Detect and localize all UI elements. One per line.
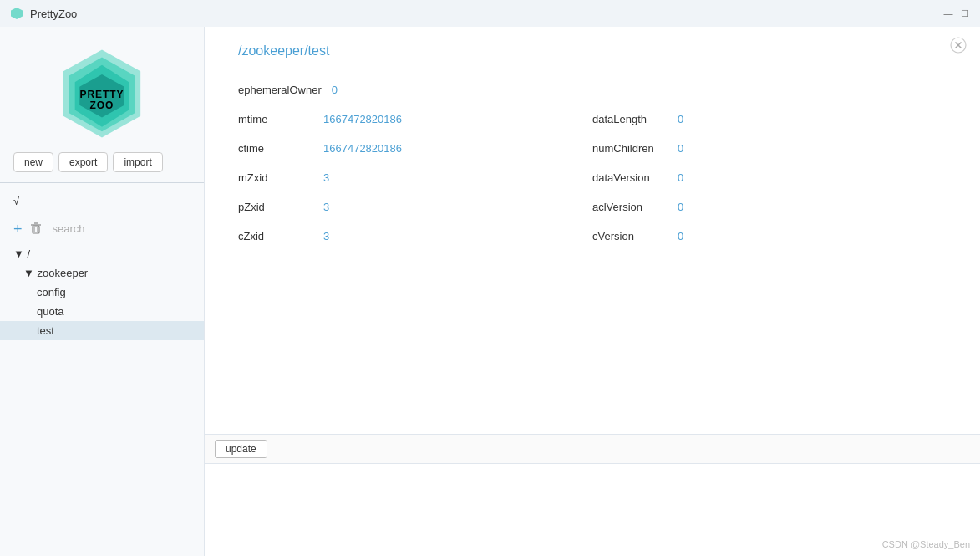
stat-cZxid: cZxid 3 xyxy=(238,222,592,251)
tree-container: ▼ / ▼ zookeeper config quota test xyxy=(0,244,204,556)
svg-rect-7 xyxy=(33,226,39,233)
tree-item-config-label: config xyxy=(37,286,66,298)
app-title: PrettyZoo xyxy=(30,8,77,20)
sidebar: PRETTY ZOO new export import √ + xyxy=(0,27,205,556)
editor-body xyxy=(205,464,980,556)
svg-text:ZOO: ZOO xyxy=(90,99,114,111)
tree-item-test[interactable]: test xyxy=(0,321,204,340)
stat-cVersion-label: cVersion xyxy=(592,230,668,242)
node-path: /zookeeper/test xyxy=(238,43,947,59)
stat-dataLength: dataLength 0 xyxy=(592,105,947,134)
stat-dataVersion-label: dataVersion xyxy=(592,171,668,184)
stats-right-col: spacer 0 dataLength 0 numChildren 0 xyxy=(592,75,947,251)
editor-textarea[interactable] xyxy=(215,471,970,549)
stat-mZxid-label: mZxid xyxy=(238,171,313,184)
connection-check-icon: √ xyxy=(13,195,19,207)
stat-ctime: ctime 1667472820186 xyxy=(238,134,592,163)
action-buttons: new export import xyxy=(0,152,204,182)
tree-item-config[interactable]: config xyxy=(0,283,204,302)
minimize-button[interactable]: — xyxy=(943,8,953,18)
stat-ephemeralOwner: ephemeralOwner 0 xyxy=(238,75,592,105)
tree-item-zookeeper-label: ▼ zookeeper xyxy=(23,267,88,279)
close-panel-button[interactable] xyxy=(950,37,967,58)
stat-cZxid-value: 3 xyxy=(323,230,329,242)
close-icon xyxy=(950,37,967,54)
delete-node-button[interactable] xyxy=(29,222,43,237)
stat-numChildren: numChildren 0 xyxy=(592,134,947,163)
stat-dataLength-label: dataLength xyxy=(592,113,668,125)
search-input[interactable] xyxy=(49,221,196,237)
stat-mZxid: mZxid 3 xyxy=(238,163,592,192)
stat-pZxid-value: 3 xyxy=(323,201,329,213)
import-button[interactable]: import xyxy=(113,152,162,172)
app-logo: PRETTY ZOO xyxy=(52,43,152,144)
stat-numChildren-label: numChildren xyxy=(592,142,668,155)
stat-ctime-label: ctime xyxy=(238,142,313,155)
stat-dataLength-value: 0 xyxy=(678,113,683,125)
stat-aclVersion-label: aclVersion xyxy=(592,201,668,213)
stat-cVersion-value: 0 xyxy=(678,230,683,242)
tree-item-quota[interactable]: quota xyxy=(0,302,204,321)
app-icon-small xyxy=(10,7,23,20)
editor-area: update xyxy=(205,434,980,556)
tree-item-zookeeper[interactable]: ▼ zookeeper xyxy=(0,263,204,283)
stat-pZxid: pZxid 3 xyxy=(238,192,592,222)
stat-aclVersion: aclVersion 0 xyxy=(592,192,947,222)
stat-mtime-label: mtime xyxy=(238,113,313,125)
stats-left-col: ephemeralOwner 0 mtime 1667472820186 cti… xyxy=(238,75,592,251)
stat-ephemeralOwner-label: ephemeralOwner xyxy=(238,84,322,96)
stat-mtime-value: 1667472820186 xyxy=(323,113,402,125)
watermark: CSDN @Steady_Ben xyxy=(882,539,970,549)
update-button[interactable]: update xyxy=(215,440,267,458)
title-bar-left: PrettyZoo xyxy=(10,7,77,20)
stat-dataVersion-value: 0 xyxy=(678,171,683,184)
svg-text:PRETTY: PRETTY xyxy=(80,89,124,100)
stat-dataVersion: dataVersion 0 xyxy=(592,163,947,192)
tree-item-root-label: ▼ / xyxy=(13,247,30,260)
stat-cZxid-label: cZxid xyxy=(238,230,313,242)
new-button[interactable]: new xyxy=(13,152,53,172)
stat-numChildren-value: 0 xyxy=(678,142,683,155)
stat-mZxid-value: 3 xyxy=(323,171,329,184)
maximize-button[interactable]: ☐ xyxy=(960,8,970,18)
node-detail: /zookeeper/test ephemeralOwner 0 mtime 1… xyxy=(205,27,980,434)
stat-aclVersion-value: 0 xyxy=(678,201,683,213)
title-bar-controls: — ☐ xyxy=(943,8,970,18)
tree-item-quota-label: quota xyxy=(37,305,64,318)
stat-ephemeralOwner-value: 0 xyxy=(332,84,338,96)
sidebar-divider xyxy=(0,182,204,183)
stat-pZxid-label: pZxid xyxy=(238,201,313,213)
logo-area: PRETTY ZOO xyxy=(0,27,204,152)
tree-toolbar: + xyxy=(0,212,204,244)
main-container: PRETTY ZOO new export import √ + xyxy=(0,27,980,556)
stat-cVersion: cVersion 0 xyxy=(592,222,947,251)
content-area: /zookeeper/test ephemeralOwner 0 mtime 1… xyxy=(205,27,980,556)
editor-toolbar: update xyxy=(205,435,980,464)
stat-ctime-value: 1667472820186 xyxy=(323,142,402,155)
title-bar: PrettyZoo — ☐ xyxy=(0,0,980,27)
add-node-button[interactable]: + xyxy=(13,222,23,237)
connection-item[interactable]: √ xyxy=(0,190,204,212)
trash-icon xyxy=(29,222,43,235)
stats-grid: ephemeralOwner 0 mtime 1667472820186 cti… xyxy=(238,75,947,251)
export-button[interactable]: export xyxy=(58,152,108,172)
tree-item-test-label: test xyxy=(37,324,54,337)
tree-item-root[interactable]: ▼ / xyxy=(0,244,204,263)
svg-marker-0 xyxy=(11,8,23,19)
stat-mtime: mtime 1667472820186 xyxy=(238,105,592,134)
